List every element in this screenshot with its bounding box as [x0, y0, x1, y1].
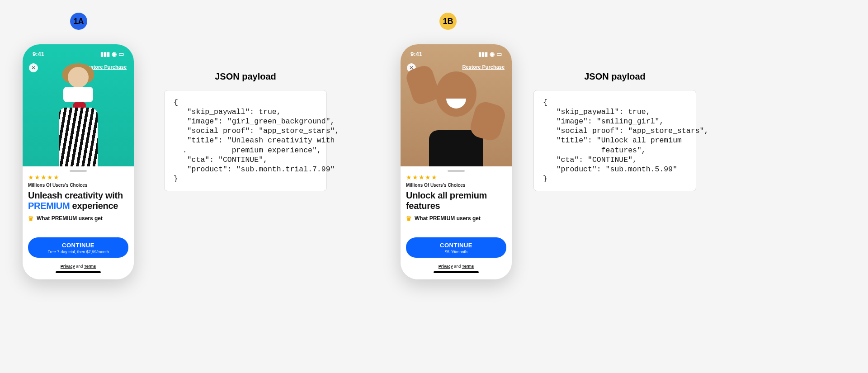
close-icon: ✕	[31, 65, 36, 71]
json-heading-a: JSON payload	[164, 71, 327, 82]
social-proof-text: Millions Of Users's Choices	[28, 183, 128, 188]
signal-icon: ▮▮▮	[100, 51, 110, 57]
terms-link[interactable]: Terms	[462, 264, 474, 269]
battery-icon: ▭	[118, 51, 124, 57]
status-icons: ▮▮▮ ◉ ▭	[100, 51, 124, 57]
premium-benefits-line: ♛ What PREMIUM users get	[28, 215, 128, 222]
legal-links: Privacy and Terms	[406, 264, 506, 269]
crown-icon: ♛	[406, 215, 412, 222]
privacy-link[interactable]: Privacy	[439, 264, 453, 269]
variant-badge-b: 1B	[439, 13, 457, 30]
paywall-title: Unleash creativity with PREMIUM experien…	[28, 190, 128, 211]
title-post: experience	[70, 201, 118, 211]
legal-and: and	[453, 264, 462, 269]
premium-benefits-text: What PREMIUM users get	[415, 215, 481, 222]
json-panel-b: JSON payload { "skip_paywall": true, "im…	[533, 71, 696, 191]
crown-icon: ♛	[28, 215, 34, 222]
home-indicator	[56, 271, 101, 273]
hero-image-b: 9:41 ▮▮▮ ◉ ▭ ✕ Restore Purchase	[401, 44, 512, 166]
json-payload-a: { "skip_paywall": true, "image": "girl_g…	[164, 90, 327, 191]
sheet-grabber[interactable]	[448, 170, 465, 172]
status-time: 9:41	[33, 51, 44, 57]
hero-image-a: 9:41 ▮▮▮ ◉ ▭ ✕ Restore Purchase	[23, 44, 134, 166]
legal-and: and	[75, 264, 84, 269]
continue-button[interactable]: CONTINUE Free 7-day trial, then $7,99/mo…	[28, 237, 128, 258]
phone-mockup-a: 9:41 ▮▮▮ ◉ ▭ ✕ Restore Purchase ★★★★★ Mi…	[23, 44, 134, 279]
json-panel-a: JSON payload { "skip_paywall": true, "im…	[164, 71, 327, 191]
continue-button-subtext: $5,99/month	[406, 250, 506, 254]
home-indicator	[434, 271, 479, 273]
variant-badge-a: 1A	[70, 13, 87, 30]
title-premium-word: PREMIUM	[28, 201, 70, 211]
premium-benefits-text: What PREMIUM users get	[37, 215, 103, 222]
sheet-grabber[interactable]	[70, 170, 87, 172]
wifi-icon: ◉	[112, 51, 117, 57]
json-payload-b: { "skip_paywall": true, "image": "smilin…	[533, 90, 696, 191]
variant-badge-a-label: 1A	[73, 17, 84, 26]
star-rating-icon: ★★★★★	[406, 174, 506, 181]
social-proof-text: Millions Of Users's Choices	[406, 183, 506, 188]
phone-mockup-b: 9:41 ▮▮▮ ◉ ▭ ✕ Restore Purchase ★★★★★ Mi…	[401, 44, 512, 279]
json-heading-b: JSON payload	[533, 71, 696, 82]
legal-links: Privacy and Terms	[28, 264, 128, 269]
premium-benefits-line: ♛ What PREMIUM users get	[406, 215, 506, 222]
continue-button[interactable]: CONTINUE $5,99/month	[406, 237, 506, 258]
terms-link[interactable]: Terms	[84, 264, 96, 269]
star-rating-icon: ★★★★★	[28, 174, 128, 181]
continue-button-label: CONTINUE	[406, 242, 506, 249]
hero-person-illustration	[411, 53, 501, 166]
continue-button-label: CONTINUE	[28, 242, 128, 249]
paywall-title: Unlock all premium features	[406, 190, 506, 211]
paywall-content: ★★★★★ Millions Of Users's Choices Unlock…	[401, 174, 512, 279]
variant-badge-b-label: 1B	[443, 17, 453, 26]
title-pre: Unleash creativity with	[28, 190, 123, 200]
paywall-content: ★★★★★ Millions Of Users's Choices Unleas…	[23, 174, 134, 279]
hero-person-illustration	[47, 62, 110, 166]
status-bar: 9:41 ▮▮▮ ◉ ▭	[23, 51, 134, 57]
privacy-link[interactable]: Privacy	[61, 264, 75, 269]
continue-button-subtext: Free 7-day trial, then $7,99/month	[28, 250, 128, 254]
close-button[interactable]: ✕	[29, 63, 38, 72]
